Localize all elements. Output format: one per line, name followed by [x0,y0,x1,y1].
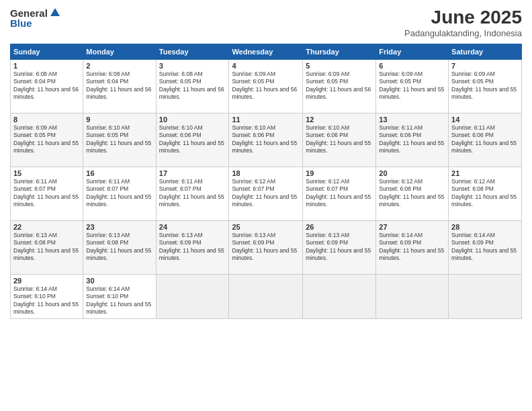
location: Padangulaktanding, Indonesia [404,28,522,38]
day-info: Sunrise: 6:13 AMSunset: 6:09 PMDaylight:… [232,232,300,263]
calendar-cell: 16Sunrise: 6:11 AMSunset: 6:07 PMDayligh… [83,167,156,221]
calendar-cell: 1Sunrise: 6:08 AMSunset: 6:04 PMDaylight… [11,60,83,113]
day-number: 20 [379,169,445,177]
weekday-header-thursday: Thursday [303,44,376,60]
calendar-cell: 14Sunrise: 6:11 AMSunset: 6:06 PMDayligh… [449,113,522,167]
day-info: Sunrise: 6:13 AMSunset: 6:09 PMDaylight:… [159,232,226,263]
day-number: 30 [86,277,152,285]
day-info: Sunrise: 6:08 AMSunset: 6:05 PMDaylight:… [159,71,226,101]
weekday-header-row: SundayMondayTuesdayWednesdayThursdayFrid… [11,44,522,60]
day-info: Sunrise: 6:10 AMSunset: 6:05 PMDaylight:… [86,124,152,155]
week-row-1: 1Sunrise: 6:08 AMSunset: 6:04 PMDaylight… [11,60,522,113]
calendar-cell: 17Sunrise: 6:11 AMSunset: 6:07 PMDayligh… [156,167,229,221]
day-info: Sunrise: 6:09 AMSunset: 6:05 PMDaylight:… [306,71,373,101]
calendar-cell [303,275,376,319]
calendar-cell: 25Sunrise: 6:13 AMSunset: 6:09 PMDayligh… [229,221,303,275]
day-info: Sunrise: 6:08 AMSunset: 6:04 PMDaylight:… [86,71,152,101]
day-info: Sunrise: 6:11 AMSunset: 6:06 PMDaylight:… [379,124,445,155]
day-number: 18 [232,169,300,177]
calendar-cell: 18Sunrise: 6:12 AMSunset: 6:07 PMDayligh… [229,167,303,221]
logo: General Blue [10,7,61,29]
day-number: 16 [86,169,152,177]
day-info: Sunrise: 6:14 AMSunset: 6:09 PMDaylight:… [451,232,519,263]
day-info: Sunrise: 6:09 AMSunset: 6:05 PMDaylight:… [13,124,80,155]
day-number: 9 [86,116,152,124]
day-info: Sunrise: 6:10 AMSunset: 6:06 PMDaylight:… [159,124,226,155]
calendar-cell: 3Sunrise: 6:08 AMSunset: 6:05 PMDaylight… [156,60,229,113]
weekday-header-monday: Monday [83,44,156,60]
calendar-cell: 20Sunrise: 6:12 AMSunset: 6:08 PMDayligh… [376,167,449,221]
calendar-cell: 12Sunrise: 6:10 AMSunset: 6:06 PMDayligh… [303,113,376,167]
page: General Blue June 2025 Padangulaktanding… [0,0,532,411]
day-number: 26 [306,223,373,231]
day-number: 10 [159,116,226,124]
day-info: Sunrise: 6:10 AMSunset: 6:06 PMDaylight:… [232,124,300,155]
day-number: 19 [306,169,373,177]
day-number: 6 [379,62,445,70]
day-info: Sunrise: 6:09 AMSunset: 6:05 PMDaylight:… [232,71,300,101]
day-info: Sunrise: 6:08 AMSunset: 6:04 PMDaylight:… [13,71,80,101]
day-number: 2 [86,62,152,70]
day-info: Sunrise: 6:11 AMSunset: 6:07 PMDaylight:… [86,178,152,209]
calendar-cell [229,275,303,319]
calendar-cell [156,275,229,319]
day-number: 21 [451,169,519,177]
week-row-5: 29Sunrise: 6:14 AMSunset: 6:10 PMDayligh… [11,275,522,319]
calendar-cell: 2Sunrise: 6:08 AMSunset: 6:04 PMDaylight… [83,60,156,113]
week-row-3: 15Sunrise: 6:11 AMSunset: 6:07 PMDayligh… [11,167,522,221]
day-number: 23 [86,223,152,231]
day-info: Sunrise: 6:12 AMSunset: 6:07 PMDaylight:… [306,178,373,209]
weekday-header-tuesday: Tuesday [156,44,229,60]
day-info: Sunrise: 6:14 AMSunset: 6:10 PMDaylight:… [13,285,80,316]
day-number: 13 [379,116,445,124]
calendar-cell: 11Sunrise: 6:10 AMSunset: 6:06 PMDayligh… [229,113,303,167]
logo-icon [49,7,61,19]
calendar: SundayMondayTuesdayWednesdayThursdayFrid… [10,44,522,319]
day-info: Sunrise: 6:12 AMSunset: 6:08 PMDaylight:… [379,178,445,209]
day-number: 3 [159,62,226,70]
calendar-cell: 21Sunrise: 6:12 AMSunset: 6:08 PMDayligh… [449,167,522,221]
day-info: Sunrise: 6:09 AMSunset: 6:05 PMDaylight:… [379,71,445,101]
day-number: 11 [232,116,300,124]
calendar-cell: 4Sunrise: 6:09 AMSunset: 6:05 PMDaylight… [229,60,303,113]
day-info: Sunrise: 6:11 AMSunset: 6:06 PMDaylight:… [451,124,519,155]
day-info: Sunrise: 6:13 AMSunset: 6:08 PMDaylight:… [13,232,80,263]
day-number: 29 [13,277,80,285]
day-info: Sunrise: 6:11 AMSunset: 6:07 PMDaylight:… [159,178,226,209]
calendar-cell: 8Sunrise: 6:09 AMSunset: 6:05 PMDaylight… [11,113,83,167]
calendar-cell: 5Sunrise: 6:09 AMSunset: 6:05 PMDaylight… [303,60,376,113]
day-number: 27 [379,223,445,231]
header: General Blue June 2025 Padangulaktanding… [10,7,522,38]
calendar-cell: 13Sunrise: 6:11 AMSunset: 6:06 PMDayligh… [376,113,449,167]
day-info: Sunrise: 6:14 AMSunset: 6:09 PMDaylight:… [379,232,445,263]
day-number: 24 [159,223,226,231]
day-info: Sunrise: 6:12 AMSunset: 6:07 PMDaylight:… [232,178,300,209]
day-info: Sunrise: 6:12 AMSunset: 6:08 PMDaylight:… [451,178,519,209]
logo-blue: Blue [10,17,61,29]
calendar-cell: 28Sunrise: 6:14 AMSunset: 6:09 PMDayligh… [449,221,522,275]
logo-general: General [10,7,48,19]
day-number: 25 [232,223,300,231]
day-info: Sunrise: 6:09 AMSunset: 6:05 PMDaylight:… [451,71,519,101]
day-info: Sunrise: 6:11 AMSunset: 6:07 PMDaylight:… [13,178,80,209]
calendar-cell: 30Sunrise: 6:14 AMSunset: 6:10 PMDayligh… [83,275,156,319]
day-number: 17 [159,169,226,177]
week-row-2: 8Sunrise: 6:09 AMSunset: 6:05 PMDaylight… [11,113,522,167]
day-number: 12 [306,116,373,124]
calendar-cell: 9Sunrise: 6:10 AMSunset: 6:05 PMDaylight… [83,113,156,167]
day-number: 14 [451,116,519,124]
day-number: 15 [13,169,80,177]
day-number: 4 [232,62,300,70]
day-number: 5 [306,62,373,70]
calendar-cell [376,275,449,319]
calendar-cell: 19Sunrise: 6:12 AMSunset: 6:07 PMDayligh… [303,167,376,221]
weekday-header-saturday: Saturday [449,44,522,60]
calendar-cell: 7Sunrise: 6:09 AMSunset: 6:05 PMDaylight… [449,60,522,113]
day-number: 22 [13,223,80,231]
calendar-cell: 10Sunrise: 6:10 AMSunset: 6:06 PMDayligh… [156,113,229,167]
month-year: June 2025 [404,7,522,28]
calendar-cell: 26Sunrise: 6:13 AMSunset: 6:09 PMDayligh… [303,221,376,275]
day-number: 1 [13,62,80,70]
calendar-cell: 24Sunrise: 6:13 AMSunset: 6:09 PMDayligh… [156,221,229,275]
calendar-cell: 29Sunrise: 6:14 AMSunset: 6:10 PMDayligh… [11,275,83,319]
